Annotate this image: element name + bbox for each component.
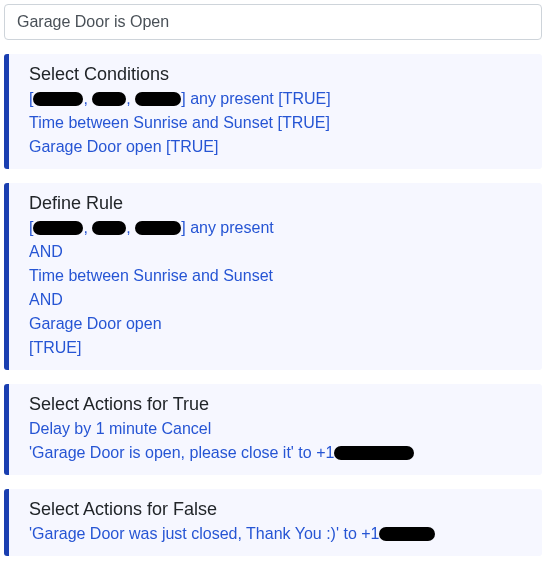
text-fragment: ] any present <box>181 219 274 236</box>
conditions-title: Select Conditions <box>29 64 528 85</box>
redacted-name <box>33 221 83 235</box>
text-fragment: , <box>126 90 135 107</box>
redacted-name <box>135 92 181 106</box>
conditions-panel: Select Conditions [, , ] any present [TR… <box>4 54 542 169</box>
text-fragment: , <box>83 219 92 236</box>
redacted-phone <box>379 527 435 541</box>
rule-title: Define Rule <box>29 193 528 214</box>
text-fragment: 'Garage Door was just closed, Thank You … <box>29 525 379 542</box>
condition-time[interactable]: Time between Sunrise and Sunset [TRUE] <box>29 111 528 135</box>
condition-presence[interactable]: [, , ] any present [TRUE] <box>29 87 528 111</box>
rule-time[interactable]: Time between Sunrise and Sunset <box>29 264 528 288</box>
text-fragment: , <box>83 90 92 107</box>
action-notify-closed[interactable]: 'Garage Door was just closed, Thank You … <box>29 522 528 546</box>
text-fragment: , <box>126 219 135 236</box>
redacted-name <box>92 221 126 235</box>
redacted-name <box>92 92 126 106</box>
rule-panel: Define Rule [, , ] any present AND Time … <box>4 183 542 370</box>
action-delay[interactable]: Delay by 1 minute Cancel <box>29 417 528 441</box>
text-fragment: ] any present [TRUE] <box>181 90 330 107</box>
true-actions-title: Select Actions for True <box>29 394 528 415</box>
redacted-phone <box>334 446 414 460</box>
redacted-name <box>33 92 83 106</box>
rule-result[interactable]: [TRUE] <box>29 336 528 360</box>
true-actions-panel: Select Actions for True Delay by 1 minut… <box>4 384 542 475</box>
rule-name-input[interactable]: Garage Door is Open <box>4 4 542 40</box>
rule-and[interactable]: AND <box>29 288 528 312</box>
text-fragment: 'Garage Door is open, please close it' t… <box>29 444 334 461</box>
rule-presence[interactable]: [, , ] any present <box>29 216 528 240</box>
false-actions-panel: Select Actions for False 'Garage Door wa… <box>4 489 542 556</box>
rule-door[interactable]: Garage Door open <box>29 312 528 336</box>
condition-door[interactable]: Garage Door open [TRUE] <box>29 135 528 159</box>
false-actions-title: Select Actions for False <box>29 499 528 520</box>
rule-and[interactable]: AND <box>29 240 528 264</box>
action-notify-open[interactable]: 'Garage Door is open, please close it' t… <box>29 441 528 465</box>
redacted-name <box>135 221 181 235</box>
